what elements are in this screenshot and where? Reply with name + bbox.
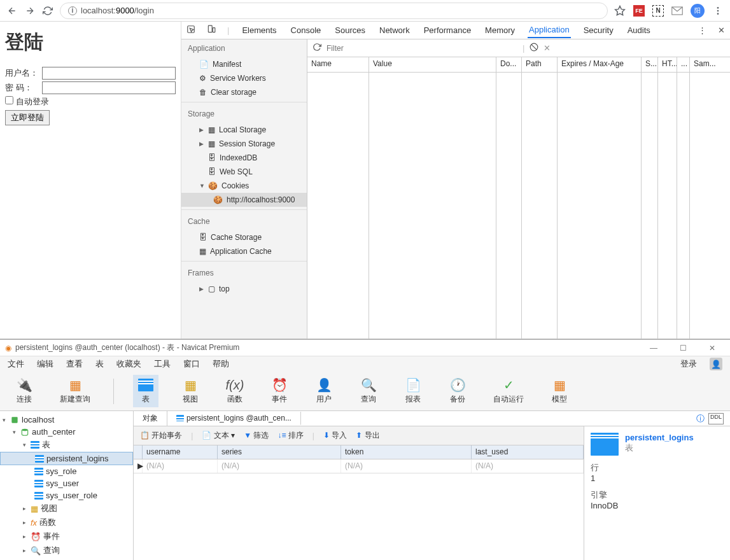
- sidebar-item-cookies[interactable]: ▼🍪 Cookies: [181, 179, 307, 193]
- password-input[interactable]: [42, 81, 176, 94]
- tool-function[interactable]: f(x)函数: [222, 375, 248, 407]
- sidebar-item-indexeddb[interactable]: 🗄 IndexedDB: [181, 151, 307, 165]
- tool-connection[interactable]: 🔌连接: [11, 375, 37, 407]
- tab-network[interactable]: Network: [378, 23, 411, 38]
- tab-sources[interactable]: Sources: [333, 23, 367, 38]
- auto-login-checkbox[interactable]: [5, 96, 13, 104]
- tree-tables[interactable]: ▾表: [0, 438, 133, 452]
- tool-view[interactable]: ▦视图: [178, 375, 203, 407]
- maximize-button[interactable]: ☐: [670, 344, 696, 353]
- ddl-icon[interactable]: DDL: [708, 413, 724, 424]
- sidebar-item-manifest[interactable]: 📄 Manifest: [181, 57, 307, 71]
- tab-security[interactable]: Security: [582, 23, 615, 38]
- tab-audits[interactable]: Audits: [626, 23, 652, 38]
- col-http[interactable]: HT...: [658, 57, 677, 72]
- menu-icon[interactable]: [712, 5, 724, 17]
- minimize-button[interactable]: —: [641, 344, 666, 353]
- col-token[interactable]: token: [341, 445, 472, 459]
- menu-view[interactable]: 查看: [66, 358, 83, 370]
- tool-query[interactable]: 🔍查询: [356, 375, 381, 407]
- tool-user[interactable]: 👤用户: [311, 375, 337, 407]
- tab-memory[interactable]: Memory: [484, 23, 516, 38]
- forward-button[interactable]: [24, 5, 36, 17]
- menu-table[interactable]: 表: [95, 358, 104, 370]
- tool-auto[interactable]: ✓自动运行: [489, 375, 528, 407]
- col-expires[interactable]: Expires / Max-Age: [558, 57, 642, 72]
- user-icon[interactable]: 👤: [710, 358, 722, 370]
- profile-avatar[interactable]: 阳: [691, 4, 705, 18]
- sidebar-item-cache-storage[interactable]: 🗄 Cache Storage: [181, 230, 307, 244]
- tree-auth-center[interactable]: ▾auth_center: [0, 426, 133, 438]
- navicat-login-link[interactable]: 登录: [680, 358, 697, 370]
- begin-transaction-button[interactable]: 📋 开始事务: [140, 430, 182, 441]
- tool-report[interactable]: 📄报表: [400, 375, 426, 407]
- sidebar-item-clear-storage[interactable]: 🗑 Clear storage: [181, 85, 307, 99]
- extension-fe-icon[interactable]: FE: [633, 5, 645, 17]
- tool-event[interactable]: ⏰事件: [267, 375, 292, 407]
- col-size[interactable]: S...: [642, 57, 658, 72]
- clear-icon[interactable]: [530, 43, 538, 53]
- col-value[interactable]: Value: [369, 57, 496, 72]
- col-secure[interactable]: ...: [677, 57, 690, 72]
- tool-table[interactable]: 表: [133, 375, 158, 407]
- tab-console[interactable]: Console: [290, 23, 323, 38]
- sort-button[interactable]: ↓≡ 排序: [277, 430, 303, 441]
- sidebar-item-cookie-origin[interactable]: 🍪 http://localhost:9000: [181, 193, 307, 207]
- back-button[interactable]: [6, 5, 18, 17]
- sidebar-item-local-storage[interactable]: ▶▦ Local Storage: [181, 123, 307, 137]
- tab-elements[interactable]: Elements: [241, 23, 277, 38]
- menu-file[interactable]: 文件: [8, 358, 24, 370]
- sidebar-item-top-frame[interactable]: ▶▢ top: [181, 282, 307, 296]
- menu-tools[interactable]: 工具: [154, 358, 171, 370]
- filter-button[interactable]: ▼ 筛选: [244, 430, 269, 441]
- tree-sys-user[interactable]: sys_user: [0, 477, 133, 489]
- tree-sys-user-role[interactable]: sys_user_role: [0, 489, 133, 501]
- submit-button[interactable]: 立即登陆: [5, 110, 50, 125]
- extension-n-icon[interactable]: N: [652, 5, 664, 17]
- username-input[interactable]: [42, 67, 176, 80]
- text-button[interactable]: 📄 文本 ▾: [202, 430, 235, 441]
- tool-new-query[interactable]: ▦新建查询: [56, 375, 94, 407]
- col-samesite[interactable]: Sam...: [690, 57, 730, 72]
- refresh-icon[interactable]: [312, 43, 321, 53]
- close-button[interactable]: ✕: [699, 344, 725, 353]
- tab-performance[interactable]: Performance: [423, 23, 472, 38]
- import-button[interactable]: ⬇ 导入: [323, 430, 347, 441]
- tree-localhost[interactable]: ▾localhost: [0, 414, 133, 426]
- delete-icon[interactable]: ✕: [544, 43, 551, 53]
- tree-functions[interactable]: ▸fx函数: [0, 515, 133, 529]
- col-path[interactable]: Path: [522, 57, 558, 72]
- reload-button[interactable]: [42, 5, 53, 17]
- tab-objects[interactable]: 对象: [134, 411, 167, 426]
- info-icon[interactable]: ⓘ: [696, 413, 705, 424]
- site-info-icon[interactable]: i: [68, 6, 77, 15]
- col-last-used[interactable]: last_used: [472, 445, 584, 459]
- tab-persistent-logins[interactable]: persistent_logins @auth_cen...: [167, 412, 301, 425]
- menu-edit[interactable]: 编辑: [37, 358, 53, 370]
- menu-window[interactable]: 窗口: [183, 358, 200, 370]
- col-domain[interactable]: Do...: [496, 57, 522, 72]
- menu-help[interactable]: 帮助: [213, 358, 229, 370]
- tab-application[interactable]: Application: [528, 22, 571, 38]
- col-username[interactable]: username: [143, 445, 218, 459]
- tree-persistent-logins[interactable]: persistent_logins: [0, 452, 133, 465]
- col-series[interactable]: series: [218, 445, 341, 459]
- tool-backup[interactable]: 🕐备份: [445, 375, 470, 407]
- col-name[interactable]: Name: [307, 57, 369, 72]
- export-button[interactable]: ⬆ 导出: [356, 430, 379, 441]
- sidebar-item-websql[interactable]: 🗄 Web SQL: [181, 165, 307, 179]
- extension-mail-icon[interactable]: [671, 5, 683, 17]
- tool-model[interactable]: ▦模型: [547, 375, 572, 407]
- sidebar-item-service-workers[interactable]: ⚙ Service Workers: [181, 71, 307, 85]
- device-icon[interactable]: [207, 25, 216, 36]
- tree-queries[interactable]: ▸🔍查询: [0, 543, 133, 557]
- tree-sys-role[interactable]: sys_role: [0, 465, 133, 477]
- sidebar-item-session-storage[interactable]: ▶▦ Session Storage: [181, 137, 307, 151]
- star-icon[interactable]: [614, 5, 626, 17]
- menu-fav[interactable]: 收藏夹: [116, 358, 141, 370]
- address-bar[interactable]: i localhost:9000/login: [60, 3, 608, 19]
- filter-input[interactable]: [326, 44, 517, 53]
- inspect-icon[interactable]: [186, 25, 195, 36]
- sidebar-item-app-cache[interactable]: ▦ Application Cache: [181, 244, 307, 258]
- devtools-more-icon[interactable]: ⋮: [698, 25, 706, 35]
